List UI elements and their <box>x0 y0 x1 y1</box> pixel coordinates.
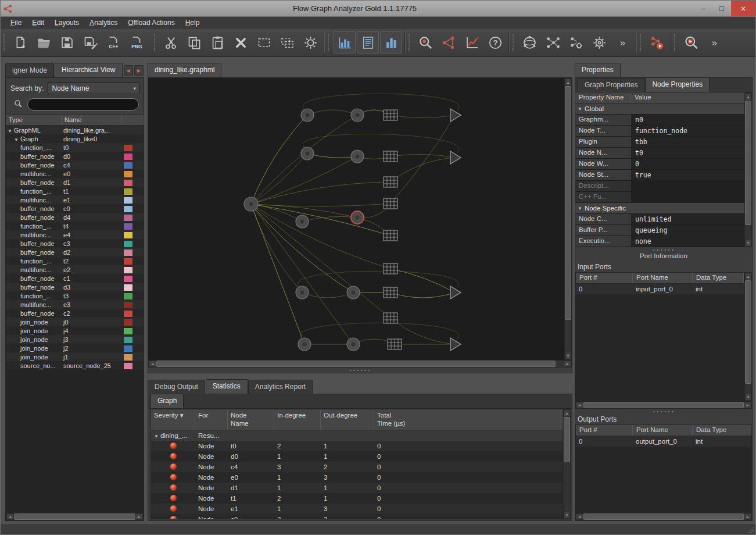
stats-column-in-degree[interactable]: In-degree <box>274 409 321 430</box>
stats-report-button[interactable] <box>357 31 379 54</box>
file-save-button[interactable] <box>55 30 78 55</box>
scrollbar-handle[interactable] <box>583 402 744 408</box>
scrollbar-handle[interactable] <box>156 361 556 367</box>
tab-document[interactable]: dining_like.graphml <box>148 63 221 77</box>
paste-button[interactable] <box>206 30 229 55</box>
expander-icon[interactable]: ▼ <box>8 129 12 134</box>
preferences-gear-button[interactable] <box>587 30 611 55</box>
tree-row[interactable]: buffer_nodec2 <box>6 309 144 318</box>
tab-properties[interactable]: Properties <box>575 63 621 77</box>
tree-row[interactable]: buffer_noded3 <box>6 283 144 291</box>
tree-row[interactable]: join_nodej1 <box>6 352 144 361</box>
zoom-trace-button[interactable] <box>414 30 437 55</box>
tree-row[interactable]: ▼Graphdining_like0 <box>6 134 144 143</box>
graph-node[interactable] <box>347 286 360 299</box>
tree-row[interactable]: buffer_nodec4 <box>6 160 144 169</box>
performance-chart-button[interactable] <box>460 30 483 55</box>
scroll-left-button[interactable] <box>576 402 583 408</box>
file-open-button[interactable] <box>32 30 55 55</box>
tab-analytics-report[interactable]: Analytics Report <box>248 380 313 394</box>
scroll-left-button[interactable] <box>149 361 156 367</box>
scrollbar-handle[interactable] <box>565 86 571 320</box>
expander-icon[interactable]: ▼ <box>578 206 582 211</box>
port-row[interactable]: 0output_port_0int <box>576 436 751 447</box>
queue-node[interactable] <box>384 287 397 298</box>
property-row[interactable]: Node T...function_node <box>575 126 744 137</box>
prop-column-value[interactable]: Value <box>631 92 744 103</box>
stats-row[interactable]: Nodet1210 <box>151 493 562 504</box>
scroll-right-button[interactable] <box>744 513 751 520</box>
stats-row[interactable]: Nodec4320 <box>151 462 562 472</box>
scroll-up-button[interactable] <box>564 409 570 417</box>
tree-row[interactable]: source_no...source_node_25 <box>6 361 144 370</box>
stats-row[interactable]: Noded1110 <box>151 483 562 493</box>
ports-splitter[interactable] <box>575 409 752 414</box>
property-row[interactable]: Node N...t0 <box>575 148 744 159</box>
tab-graph[interactable]: Graph <box>151 394 184 408</box>
vertical-scrollbar[interactable] <box>564 78 572 360</box>
scroll-down-button[interactable] <box>564 511 570 519</box>
scroll-up-button[interactable] <box>745 93 751 101</box>
selected-node[interactable] <box>351 211 364 224</box>
tree-row[interactable]: buffer_nodec3 <box>6 239 144 248</box>
overflow-chevron-button[interactable]: » <box>611 30 634 55</box>
vertical-scrollbar[interactable] <box>744 92 752 247</box>
scrollbar-handle[interactable] <box>583 513 744 520</box>
zoom-run-button[interactable] <box>679 30 703 55</box>
tab-scroll-left-button[interactable]: ◀ <box>124 65 133 76</box>
tab-igner-mode[interactable]: igner Mode <box>5 63 54 77</box>
file-new-button[interactable] <box>9 30 32 55</box>
horizontal-scrollbar[interactable] <box>575 401 752 409</box>
menu-edit[interactable]: Edit <box>27 17 49 28</box>
properties-splitter[interactable] <box>575 247 752 252</box>
port-column-data-type[interactable]: Data Type <box>693 425 751 436</box>
help-button[interactable]: ? <box>483 30 507 55</box>
vertical-scrollbar[interactable] <box>744 272 752 401</box>
graph-node[interactable] <box>298 338 311 351</box>
minimize-button[interactable]: – <box>694 1 712 16</box>
graph-node[interactable] <box>301 147 314 160</box>
port-column-port-name[interactable]: Port Name <box>633 425 693 436</box>
stats-group-row[interactable]: ▼dining_...Resu... <box>151 430 562 441</box>
select-region-button[interactable] <box>275 30 299 55</box>
tree-row[interactable]: join_nodej3 <box>6 335 144 344</box>
port-column-port-name[interactable]: Port Name <box>633 273 693 283</box>
scrollbar-handle[interactable] <box>14 513 135 520</box>
tree-row[interactable]: join_nodej4 <box>6 326 144 335</box>
function-node[interactable] <box>450 109 461 122</box>
function-node[interactable] <box>450 338 461 351</box>
graph-tune-button[interactable] <box>564 30 587 55</box>
stats-barchart-button[interactable] <box>380 31 402 54</box>
queue-node[interactable] <box>388 339 402 349</box>
tree-column-name[interactable]: Name <box>62 115 122 125</box>
graph-global-button[interactable] <box>518 30 541 55</box>
tab-scroll-right-button[interactable]: ▶ <box>134 65 144 76</box>
tree-row[interactable]: buffer_noded1 <box>6 178 144 187</box>
port-column-port[interactable]: Port # <box>576 425 633 436</box>
prop-column-property-name[interactable]: Property Name <box>575 92 631 103</box>
tab-debug-output[interactable]: Debug Output <box>148 380 205 394</box>
horizontal-scrollbar[interactable] <box>148 360 572 368</box>
property-row[interactable]: Node St...true <box>575 170 744 181</box>
cut-button[interactable] <box>159 30 182 55</box>
menu-offload-actions[interactable]: Offload Actions <box>123 17 180 28</box>
tab-statistics[interactable]: Statistics <box>206 379 248 394</box>
scroll-right-button[interactable] <box>744 402 751 408</box>
scroll-up-button[interactable] <box>745 273 751 280</box>
stats-row[interactable]: Nodec0320 <box>151 514 562 519</box>
scroll-down-button[interactable] <box>745 393 751 401</box>
tree-row[interactable]: ▼GraphMLdining_like.gra... <box>6 126 144 134</box>
queue-node[interactable] <box>384 198 397 209</box>
stats-row[interactable]: Nodee0130 <box>151 472 562 483</box>
copy-button[interactable] <box>182 30 206 55</box>
tree-row[interactable]: multifunc...e0 <box>6 169 144 178</box>
property-row[interactable]: C++ Fu... <box>575 192 744 203</box>
delete-button[interactable] <box>229 30 252 55</box>
tree-column-type[interactable]: Type <box>6 115 62 125</box>
graph-node[interactable] <box>351 150 364 163</box>
property-row[interactable]: Node W...0 <box>575 159 744 170</box>
scrollbar-handle[interactable] <box>564 417 570 462</box>
close-button[interactable]: × <box>731 1 755 16</box>
graph-topology-button[interactable] <box>541 30 564 55</box>
stats-column-node-name[interactable]: Node Name <box>228 409 274 430</box>
